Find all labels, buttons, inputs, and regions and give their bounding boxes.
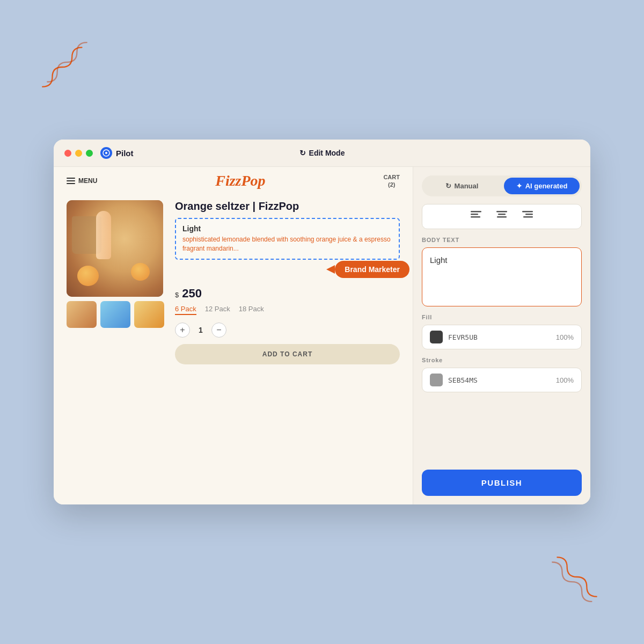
- app-brand: Pilot: [100, 147, 134, 159]
- main-content: MENU FizzPop CART (2): [54, 167, 590, 504]
- brand-logo: FizzPop: [215, 172, 265, 189]
- pack-option-12[interactable]: 12 Pack: [205, 305, 230, 315]
- currency-symbol: $: [175, 291, 179, 299]
- tab-ai-generated[interactable]: ✦ AI generated: [504, 178, 580, 194]
- price-value: 250: [182, 287, 202, 301]
- brand-marketer-tooltip: Brand Marketer: [335, 261, 409, 278]
- svg-rect-4: [471, 216, 480, 218]
- ai-icon: ✦: [516, 182, 522, 190]
- svg-rect-2: [471, 211, 481, 213]
- body-text-label: BODY TEXT: [422, 237, 582, 243]
- align-center-button[interactable]: [494, 209, 509, 224]
- selected-text-area[interactable]: Light sophisticated lemonade blended wit…: [175, 218, 400, 260]
- maximize-button[interactable]: [86, 150, 93, 157]
- price-section: $ 250: [175, 287, 400, 301]
- tab-row: ↻ Manual ✦ AI generated: [422, 175, 582, 196]
- menu-button[interactable]: MENU: [67, 177, 97, 185]
- product-details: Orange seltzer | FizzPop Light sophistic…: [175, 200, 400, 364]
- stroke-section: Stroke SEB54MS 100%: [422, 357, 582, 392]
- svg-rect-9: [525, 214, 533, 215]
- body-text-input[interactable]: [422, 247, 582, 306]
- alignment-row: [422, 204, 582, 229]
- svg-rect-7: [497, 216, 507, 218]
- svg-rect-5: [496, 211, 507, 213]
- preview-panel: MENU FizzPop CART (2): [54, 167, 413, 504]
- body-text-section: BODY TEXT: [422, 237, 582, 306]
- traffic-lights: [64, 150, 93, 157]
- site-header: MENU FizzPop CART (2): [54, 167, 413, 195]
- add-to-cart-button[interactable]: ADD TO CART: [175, 344, 400, 364]
- stroke-color-swatch: [430, 374, 443, 386]
- minimize-button[interactable]: [75, 150, 82, 157]
- align-left-button[interactable]: [469, 209, 484, 224]
- stroke-opacity: 100%: [556, 376, 574, 384]
- quantity-decrease-button[interactable]: −: [211, 323, 226, 338]
- pack-option-18[interactable]: 18 Pack: [239, 305, 264, 315]
- fill-section: Fill FEVR5UB 100%: [422, 314, 582, 349]
- main-product-image: [67, 200, 163, 297]
- publish-button[interactable]: PUBLISH: [422, 470, 582, 496]
- fill-color-row[interactable]: FEVR5UB 100%: [422, 325, 582, 349]
- close-button[interactable]: [64, 150, 71, 157]
- tooltip-arrow: [326, 265, 335, 274]
- bottle-decoration: [96, 211, 111, 259]
- orange-decoration-1: [77, 266, 99, 286]
- svg-rect-8: [522, 211, 533, 213]
- product-images: [67, 200, 164, 364]
- pack-options: 6 Pack 12 Pack 18 Pack: [175, 305, 400, 315]
- tab-manual[interactable]: ↻ Manual: [424, 178, 500, 194]
- product-section: Orange seltzer | FizzPop Light sophistic…: [54, 195, 413, 373]
- selected-description: sophisticated lemonade blended with soot…: [182, 235, 392, 253]
- thumbnail-row: [67, 301, 164, 328]
- orange-decoration-2: [131, 263, 150, 281]
- quantity-value: 1: [195, 326, 206, 334]
- fill-opacity: 100%: [556, 333, 574, 341]
- fill-color-swatch: [430, 331, 443, 343]
- stroke-label: Stroke: [422, 357, 582, 363]
- svg-rect-6: [498, 214, 506, 215]
- pilot-icon: [100, 147, 112, 159]
- quantity-increase-button[interactable]: +: [175, 323, 190, 338]
- hamburger-icon: [67, 178, 75, 184]
- title-bar: Pilot ↻ Edit Mode: [54, 140, 590, 167]
- app-window: Pilot ↻ Edit Mode MENU FizzPop CART (: [54, 140, 590, 504]
- stroke-color-code: SEB54MS: [448, 376, 551, 384]
- svg-rect-3: [471, 214, 478, 215]
- stroke-color-row[interactable]: SEB54MS 100%: [422, 368, 582, 392]
- app-name: Pilot: [116, 149, 134, 158]
- quantity-section: + 1 −: [175, 323, 400, 338]
- pack-option-6[interactable]: 6 Pack: [175, 305, 196, 315]
- manual-icon: ↻: [445, 182, 451, 190]
- svg-point-1: [105, 152, 107, 154]
- fill-label: Fill: [422, 314, 582, 320]
- cart-info[interactable]: CART (2): [383, 173, 400, 189]
- align-right-button[interactable]: [520, 209, 535, 224]
- edit-mode-icon: ↻: [299, 149, 306, 157]
- selected-word: Light: [182, 224, 392, 233]
- edit-mode-label: ↻ Edit Mode: [299, 149, 345, 157]
- thumbnail-1[interactable]: [67, 301, 97, 328]
- product-title: Orange seltzer | FizzPop: [175, 200, 400, 213]
- svg-rect-10: [523, 216, 533, 218]
- thumbnail-3[interactable]: [134, 301, 164, 328]
- right-panel: ↻ Manual ✦ AI generated: [413, 167, 590, 504]
- thumbnail-2[interactable]: [100, 301, 130, 328]
- fill-color-code: FEVR5UB: [448, 333, 551, 341]
